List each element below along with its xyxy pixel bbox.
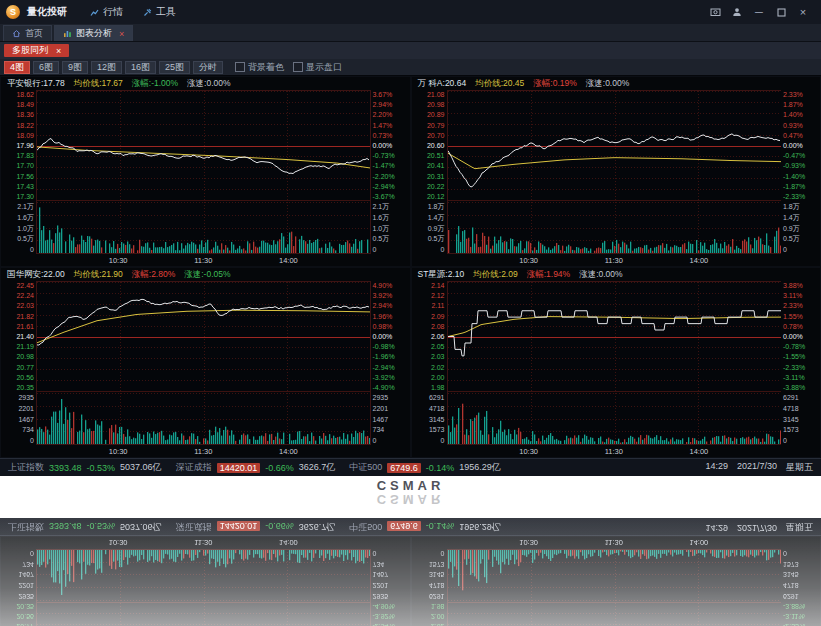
- pct-tick: 2.33%: [783, 302, 819, 309]
- index-turnover: 5037.06亿: [120, 461, 162, 474]
- app-window: S 量化投研 行情 工具 ─: [0, 0, 821, 476]
- pct-tick: -0.78%: [783, 343, 819, 350]
- volume-tick: 0.5万: [373, 235, 409, 242]
- pct-tick: 0.00%: [373, 142, 409, 149]
- price-tick: 2.08: [413, 323, 445, 330]
- volume-tick: 2201: [373, 405, 409, 412]
- volume-tick: 4718: [413, 582, 445, 589]
- menu-quotes[interactable]: 行情: [81, 2, 132, 22]
- price-tick: 18.22: [2, 122, 34, 129]
- close-icon[interactable]: ×: [797, 6, 809, 18]
- index-shanghai[interactable]: 上证指数 3393.48 -0.53% 5037.06亿: [8, 461, 162, 474]
- price-tick: 20.56: [2, 374, 34, 381]
- intraday-chart-canvas[interactable]: [37, 282, 370, 444]
- menu-tools[interactable]: 工具: [134, 2, 185, 22]
- tab-home[interactable]: 首页: [3, 25, 52, 41]
- intraday-chart-canvas[interactable]: [448, 91, 781, 253]
- brand-logo: CSMAR: [0, 479, 821, 493]
- volume-tick: 4718: [413, 405, 445, 412]
- pct-tick: 3.88%: [783, 282, 819, 289]
- price-tick: 1.98: [413, 384, 445, 391]
- volume-axis-left: 62914718314515730: [413, 394, 445, 444]
- pct-tick: -0.47%: [783, 152, 819, 159]
- pct-tick: -1.87%: [783, 183, 819, 190]
- tab-multi-stock-grid[interactable]: 多股同列 ×: [4, 44, 69, 57]
- index-csi500[interactable]: 中证500 6749.6 -0.14% 1956.29亿: [349, 461, 501, 474]
- volume-tick: 0: [2, 550, 34, 557]
- intraday-chart-canvas[interactable]: [448, 282, 781, 444]
- price-tick: 18.62: [2, 91, 34, 98]
- index-name: 深证成指: [176, 461, 212, 474]
- chart-header: 万 科A:20.64 均价线:20.45 涨幅:0.19% 涨速:0.00%: [412, 77, 821, 90]
- volume-tick: 3145: [413, 416, 445, 423]
- layout-button[interactable]: 9图: [62, 61, 88, 74]
- pct-tick: -3.11%: [783, 374, 819, 381]
- left-axis: 21.0820.9820.8920.7920.7020.6020.5120.41…: [412, 90, 447, 254]
- index-shenzhen[interactable]: 深证成指 14420.01 -0.66% 3626.7亿: [176, 461, 336, 474]
- price-tick: 2.05: [413, 343, 445, 350]
- price-tick: 21.19: [2, 343, 34, 350]
- volume-tick: 0: [783, 550, 819, 557]
- checkbox-label: 背景着色: [248, 61, 284, 74]
- plot-area: [447, 281, 782, 445]
- toolbar-checkbox[interactable]: 背景着色: [235, 61, 284, 74]
- maximize-icon[interactable]: [775, 6, 787, 18]
- layout-button[interactable]: 25图: [159, 61, 190, 74]
- capture-icon[interactable]: [709, 6, 721, 18]
- brand-area: CSMAR CSMAR: [0, 479, 821, 506]
- index-name: 上证指数: [8, 461, 44, 474]
- tab-close-icon[interactable]: ×: [119, 29, 124, 39]
- pct-tick: 2.20%: [373, 111, 409, 118]
- minimize-icon[interactable]: ─: [753, 6, 765, 18]
- quotes-icon: [90, 8, 99, 17]
- layout-button[interactable]: 4图: [4, 61, 30, 74]
- price-axis-left: 18.6218.4918.3618.2218.0917.9617.8317.70…: [2, 91, 34, 200]
- index-change: -0.53%: [87, 522, 116, 532]
- volume-tick: 2201: [2, 582, 34, 589]
- home-icon: [12, 29, 21, 38]
- intraday-chart-canvas[interactable]: [37, 91, 370, 253]
- speed-pct: 涨速:0.00%: [579, 269, 622, 281]
- index-turnover: 1956.29亿: [459, 461, 501, 474]
- tab-chart-analysis-label: 图表分析: [76, 27, 112, 40]
- user-icon[interactable]: [731, 6, 743, 18]
- speed-pct: 涨速:0.00%: [187, 78, 230, 90]
- volume-tick: 2201: [2, 405, 34, 412]
- index-value: 6749.6: [387, 522, 421, 532]
- price-tick: 21.82: [2, 313, 34, 320]
- tab-chart-analysis[interactable]: 图表分析 ×: [54, 25, 133, 41]
- volume-axis-left: 1.8万1.4万0.9万0.5万0: [413, 203, 445, 253]
- pct-tick: 0.00%: [783, 333, 819, 340]
- pct-tick: -1.96%: [373, 353, 409, 360]
- price-tick: 17.70: [2, 162, 34, 169]
- volume-axis-left: 62914718314515730: [413, 550, 445, 600]
- layout-button[interactable]: 16图: [125, 61, 156, 74]
- pct-tick: 0.00%: [373, 333, 409, 340]
- price-tick: 1.98: [413, 603, 445, 610]
- chart-panel-stxingyuan: ST星源:2.10 均价线:2.09 涨幅:1.94% 涨速:0.00% 2.1…: [412, 537, 821, 626]
- volume-axis-right: 2935220114677340: [373, 550, 409, 600]
- toolbar-checkbox[interactable]: 显示盘口: [293, 61, 342, 74]
- price-tick: 2.12: [413, 292, 445, 299]
- price-tick: 20.35: [2, 384, 34, 391]
- speed-pct: 涨速:0.00%: [586, 78, 629, 90]
- pct-tick: -3.88%: [783, 384, 819, 391]
- subtab-close-icon[interactable]: ×: [56, 46, 61, 56]
- price-tick: 2.09: [413, 313, 445, 320]
- chart-body: 21.0820.9820.8920.7920.7020.6020.5120.41…: [412, 90, 821, 254]
- left-axis: 18.6218.4918.3618.2218.0917.9617.8317.70…: [1, 90, 36, 254]
- pct-axis-right: 3.88%3.11%2.33%1.55%0.78%0.00%-0.78%-1.5…: [783, 282, 819, 391]
- layout-button[interactable]: 6图: [33, 61, 59, 74]
- layout-button[interactable]: 分时: [193, 61, 223, 74]
- pct-tick: 0.00%: [783, 142, 819, 149]
- time-tick: 14:00: [279, 256, 298, 265]
- layout-button[interactable]: 12图: [91, 61, 122, 74]
- date-today: 2021/7/30: [737, 520, 777, 533]
- index-value: 3393.48: [49, 463, 82, 473]
- chart-panel-stxingyuan: ST星源:2.10 均价线:2.09 涨幅:1.94% 涨速:0.00% 2.1…: [412, 268, 821, 457]
- price-tick: 20.56: [2, 613, 34, 620]
- price-tick: 20.60: [413, 142, 445, 149]
- avg-price: 均价线:21.90: [74, 269, 123, 281]
- stock-name-price: 平安银行:17.78: [7, 78, 65, 90]
- pct-tick: -2.94%: [373, 183, 409, 190]
